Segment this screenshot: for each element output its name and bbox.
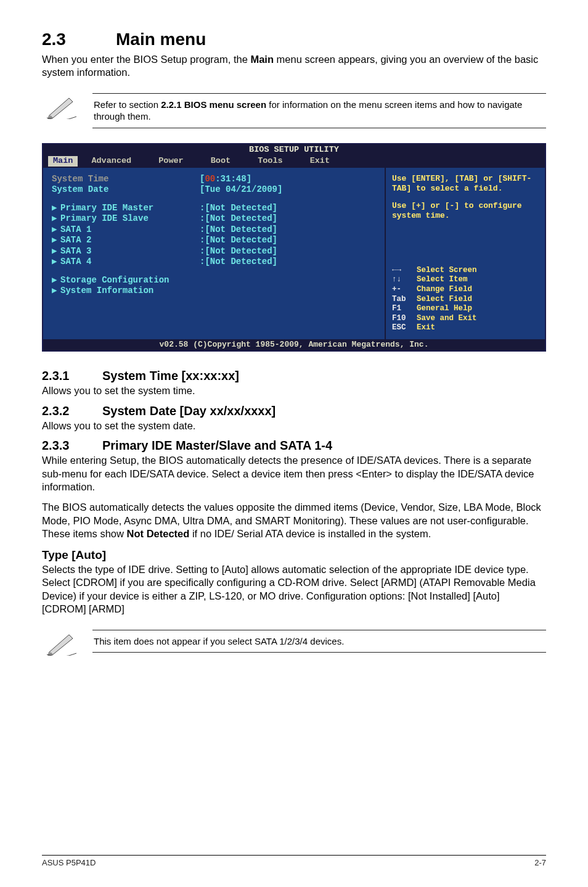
bios-tab-bar: Main Advanced Power Boot Tools Exit (43, 155, 545, 168)
bios-item-system-info[interactable]: ▶System Information (52, 286, 376, 297)
bios-footer: v02.58 (C)Copyright 1985-2009, American … (43, 339, 545, 350)
page-heading: 2.3Main menu (42, 30, 546, 49)
bios-system-time[interactable]: System Time [00:31:48] (52, 174, 376, 185)
footer-left: ASUS P5P41D (42, 858, 96, 867)
bios-item-sata3[interactable]: ▶SATA 3:[Not Detected] (52, 246, 376, 257)
bios-nav-legend: ←→Select Screen ↑↓Select Item +-Change F… (392, 266, 539, 333)
bios-tab-exit[interactable]: Exit (296, 156, 343, 167)
bios-tab-power[interactable]: Power (145, 156, 197, 167)
bios-tab-advanced[interactable]: Advanced (78, 156, 145, 167)
page-footer: ASUS P5P41D 2-7 (42, 855, 546, 867)
section-2-3-1-body: Allows you to set the system time. (42, 384, 546, 397)
bios-item-sata2[interactable]: ▶SATA 2:[Not Detected] (52, 235, 376, 246)
section-2-3-3: 2.3.3Primary IDE Master/Slave and SATA 1… (42, 439, 546, 453)
heading-title: Main menu (116, 30, 206, 49)
type-auto-heading: Type [Auto] (42, 548, 546, 562)
note-block-2: This item does not appear if you select … (42, 630, 546, 656)
bios-item-primary-master[interactable]: ▶Primary IDE Master:[Not Detected] (52, 203, 376, 214)
bios-item-sata4[interactable]: ▶SATA 4:[Not Detected] (52, 257, 376, 268)
bios-help-text-1: Use [ENTER], [TAB] or [SHIFT-TAB] to sel… (392, 174, 539, 194)
section-2-3-3-p2: The BIOS automatically detects the value… (42, 501, 546, 540)
bios-tab-main[interactable]: Main (48, 156, 78, 167)
bios-tab-boot[interactable]: Boot (197, 156, 244, 167)
bios-system-date[interactable]: System Date [Tue 04/21/2009] (52, 184, 376, 196)
bios-help-text-2: Use [+] or [-] to configure system time. (392, 201, 539, 221)
note-text-2: This item does not appear if you select … (92, 630, 546, 653)
note-text: Refer to section 2.2.1 BIOS menu screen … (92, 93, 546, 128)
bios-item-primary-slave[interactable]: ▶Primary IDE Slave:[Not Detected] (52, 213, 376, 225)
section-2-3-2: 2.3.2System Date [Day xx/xx/xxxx] (42, 404, 546, 418)
section-2-3-3-p1: While entering Setup, the BIOS automatic… (42, 454, 546, 493)
type-auto-body: Selects the type of IDE drive. Setting t… (42, 563, 546, 616)
intro-paragraph: When you enter the BIOS Setup program, t… (42, 53, 546, 80)
pencil-note-icon (42, 630, 81, 656)
bios-title-bar: BIOS SETUP UTILITY (43, 144, 545, 155)
bios-item-sata1[interactable]: ▶SATA 1:[Not Detected] (52, 225, 376, 236)
section-2-3-1: 2.3.1System Time [xx:xx:xx] (42, 369, 546, 383)
note-block-1: Refer to section 2.2.1 BIOS menu screen … (42, 93, 546, 128)
section-2-3-2-body: Allows you to set the system date. (42, 419, 546, 432)
footer-right: 2-7 (534, 858, 546, 867)
pencil-note-icon (42, 93, 81, 119)
bios-tab-tools[interactable]: Tools (244, 156, 296, 167)
heading-number: 2.3 (42, 30, 116, 49)
bios-item-storage-config[interactable]: ▶Storage Configuration (52, 275, 376, 286)
bios-setup-utility: BIOS SETUP UTILITY Main Advanced Power B… (42, 143, 546, 352)
